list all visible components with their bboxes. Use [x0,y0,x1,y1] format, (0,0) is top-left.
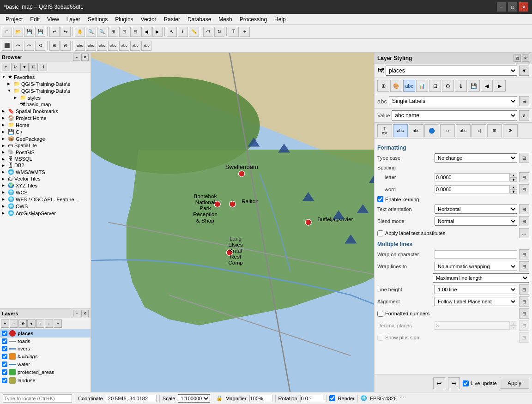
decimal-spin-up[interactable]: ▲ [510,321,517,326]
alignment-store-btn[interactable]: ⊟ [519,296,529,307]
layer-check-landuse[interactable] [2,378,7,383]
close-button[interactable]: ✕ [519,2,528,12]
browser-collapse-all-btn[interactable]: ⊟ [30,63,38,71]
browser-item-geopackage[interactable]: ▶ 📦 GeoPackage [1,135,90,142]
rp-layer-options-btn[interactable]: ▼ [519,66,529,76]
rp-layer-dropdown[interactable]: places [386,66,517,76]
wrap-char-store-btn[interactable]: ⊟ [519,249,529,259]
browser-item-mssql[interactable]: ▶ 🗄 MSSQL [1,156,90,162]
tb-undo[interactable]: ↩ [49,27,60,37]
tab-format[interactable]: abc [393,124,408,137]
menu-mesh[interactable]: Mesh [215,15,236,24]
browser-item-postgis[interactable]: ▶ 🐘 PostGIS [1,149,90,156]
layer-item-rivers[interactable]: rivers [0,345,91,352]
show-plus-store-btn[interactable]: ⊟ [519,332,529,343]
letter-value-input[interactable] [435,173,510,181]
layers-down-btn[interactable]: ↓ [45,320,53,328]
text-orientation-store-btn[interactable]: ⊟ [519,204,529,214]
tab-bg[interactable]: ○ [440,124,455,137]
tb2-1[interactable]: ⬛ [2,41,12,51]
tb-time[interactable]: ⏱ [203,27,213,37]
kerning-checkbox[interactable] [377,196,383,202]
tb-zoom-next[interactable]: ▶ [152,27,163,37]
wrap-char-input[interactable] [435,250,517,259]
layer-item-landuse[interactable]: landuse [0,376,91,385]
tb2-abc5[interactable]: abc [119,41,129,51]
layer-item-places[interactable]: places [0,329,91,338]
tab-mask[interactable]: 🔵 [424,124,439,137]
browser-item-ows[interactable]: ▶ 🌐 OWS [1,203,90,210]
tb-pan[interactable]: ✋ [75,27,85,37]
line-height-store-btn[interactable]: ⊟ [519,284,529,295]
apply-substitutes-store-btn[interactable]: … [519,228,529,238]
maximize-button[interactable]: □ [508,2,517,12]
show-plus-checkbox[interactable] [377,335,383,341]
rp-close-btn[interactable]: ✕ [522,54,529,62]
tb2-abc6[interactable]: abc [130,41,140,51]
browser-add-btn[interactable]: + [2,63,10,71]
tab-placement[interactable]: ⊞ [487,124,502,137]
browser-close-btn[interactable]: ✕ [81,54,89,61]
rp-undo-btn[interactable]: ↩ [433,377,445,389]
decimal-spin-down[interactable]: ▼ [510,326,517,330]
word-spin-up[interactable]: ▲ [510,185,517,189]
tb-new[interactable]: □ [2,27,12,37]
tab-text[interactable]: Text [377,124,392,137]
menu-view[interactable]: View [43,15,63,24]
tb-redo[interactable]: ↪ [60,27,71,37]
tb-select[interactable]: ↖ [167,27,177,37]
tab-callout[interactable]: ◁ [472,124,486,137]
wrap-lines-dropdown[interactable]: No automatic wrapping Wrap on character [435,262,517,271]
epsg-more-btn[interactable]: ⋯ [399,395,405,401]
browser-item-spatialite[interactable]: ▶ 🗃 SpatiaLite [1,142,90,149]
map-area[interactable]: Swellendam Bontebok National Park Recept… [91,53,374,392]
render-checkbox[interactable] [329,395,335,401]
word-spin-down[interactable]: ▼ [510,189,517,194]
browser-item-training2[interactable]: ▼ 📁 QGIS-Training-Data\s [1,87,90,94]
tb2-6[interactable]: ⊖ [60,41,71,51]
tb-open[interactable]: 📂 [13,27,23,37]
text-orientation-dropdown[interactable]: Horizontal Vertical Rotation-based [435,205,517,214]
decimal-places-input[interactable] [435,321,510,330]
layers-collapse-btn[interactable]: − [73,310,80,317]
menu-project[interactable]: Project [2,15,26,24]
apply-substitutes-checkbox[interactable] [377,230,383,236]
word-value-input[interactable] [435,185,510,193]
tb2-abc4[interactable]: abc [108,41,118,51]
browser-info-btn[interactable]: ℹ [39,63,47,71]
browser-item-vector-tiles[interactable]: ▶ 🗂 Vector Tiles [1,175,90,182]
tb2-abc3[interactable]: abc [97,41,107,51]
rp-labels-store-btn[interactable]: ⊟ [519,96,529,106]
browser-item-wfs[interactable]: ▶ 🌐 WFS / OGC API - Feature... [1,196,90,203]
menu-settings[interactable]: Settings [84,15,111,24]
menu-layer[interactable]: Layer [63,15,84,24]
minimize-button[interactable]: − [497,2,506,12]
tb2-abc2[interactable]: abc [86,41,96,51]
rp-labels-btn[interactable]: abc [403,80,415,92]
layer-item-roads[interactable]: roads [0,338,91,345]
layers-more-btn[interactable]: » [54,320,62,328]
browser-filter-btn[interactable]: ▼ [20,63,29,71]
browser-item-styles[interactable]: ▶ 📁 styles [1,94,90,101]
rp-source-btn[interactable]: ⊞ [377,80,389,92]
letter-store-btn[interactable]: ⊟ [519,172,529,182]
layers-toggle-btn[interactable]: 👁 [18,320,27,328]
menu-database[interactable]: Database [184,15,215,24]
rp-value-dropdown[interactable]: abc name [392,110,517,121]
rp-store-btn[interactable]: 💾 [468,80,480,92]
menu-edit[interactable]: Edit [26,15,43,24]
layer-check-water[interactable] [2,362,7,367]
rp-diagrams-btn[interactable]: 📊 [416,80,428,92]
browser-collapse-btn[interactable]: − [73,54,80,61]
browser-item-project-home[interactable]: ▶ 🏠 Project Home [1,115,90,121]
menu-processing[interactable]: Processing [236,15,271,24]
rp-arrow-left[interactable]: ◀ [481,80,493,92]
rp-arrow-right[interactable]: ▶ [494,80,506,92]
layer-item-buildings[interactable]: buildings [0,352,91,361]
tab-rendering[interactable]: ⚙ [503,124,518,137]
layers-remove-btn[interactable]: − [10,320,18,328]
tb-identify[interactable]: ℹ [178,27,188,37]
tb2-2[interactable]: ✏ [13,41,23,51]
tb-zoom-prev[interactable]: ◀ [141,27,151,37]
tb-zoom-select[interactable]: ⊟ [130,27,140,37]
